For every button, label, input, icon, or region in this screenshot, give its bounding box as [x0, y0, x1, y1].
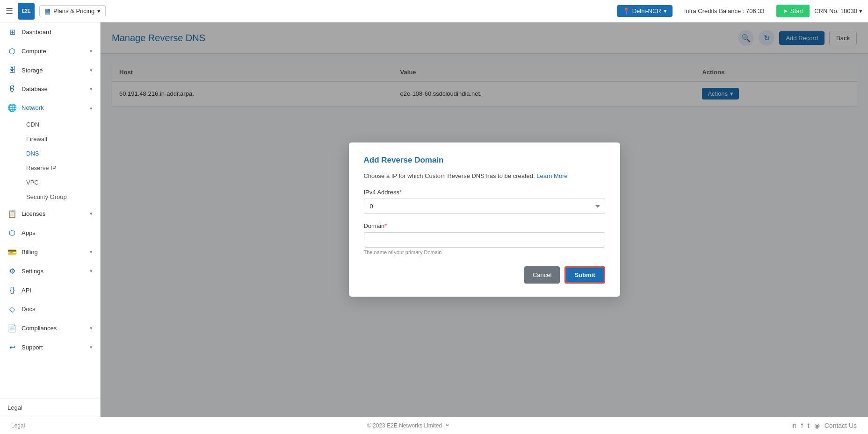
network-chevron: ▴: [90, 105, 93, 111]
sidebar-item-compute[interactable]: ⬡ Compute ▾: [0, 42, 100, 61]
sidebar-item-settings[interactable]: ⚙ Settings ▾: [0, 262, 100, 281]
sidebar-item-label: Docs: [22, 306, 36, 313]
rss-icon[interactable]: ◉: [814, 422, 820, 429]
modal-footer: Cancel Submit: [364, 266, 605, 284]
sidebar-item-label: Apps: [22, 229, 36, 236]
location-button[interactable]: 📍 Delhi-NCR ▾: [617, 5, 673, 17]
storage-chevron: ▾: [90, 67, 93, 73]
domain-input[interactable]: [364, 232, 605, 248]
location-icon: 📍: [622, 7, 630, 14]
add-reverse-domain-modal: Add Reverse Domain Choose a IP for which…: [349, 142, 620, 297]
support-chevron: ▾: [90, 344, 93, 350]
sidebar-item-label: Network: [22, 104, 44, 111]
crn-label: CRN No. 18030: [814, 7, 857, 14]
sidebar-item-vpc[interactable]: VPC: [22, 175, 100, 190]
sidebar-item-label: Compliances: [22, 325, 57, 332]
infra-credits-label: Infra Credits Balance : 706.33: [684, 7, 765, 14]
support-icon: ↩: [7, 343, 17, 352]
compliances-chevron: ▾: [90, 325, 93, 331]
main-layout: ⊞ Dashboard ⬡ Compute ▾ 🗄 Storage ▾ 🛢 Da…: [0, 22, 868, 417]
plans-pricing-dropdown-icon: ▾: [97, 7, 101, 14]
domain-hint: The name of your primary Domain: [364, 249, 605, 255]
top-header: ☰ E2E ▦ Plans & Pricing ▾ 📍 Delhi-NCR ▾ …: [0, 0, 868, 22]
sidebar-item-label: Compute: [22, 48, 46, 55]
submit-button[interactable]: Submit: [564, 266, 605, 284]
storage-icon: 🗄: [7, 66, 17, 74]
ipv4-select[interactable]: 0: [364, 199, 605, 214]
start-button[interactable]: ➤ Start: [776, 5, 810, 17]
sidebar-item-docs[interactable]: ◇ Docs: [0, 299, 100, 319]
apps-icon: ⬡: [7, 228, 17, 237]
sidebar-item-support[interactable]: ↩ Support ▾: [0, 338, 100, 357]
linkedin-icon[interactable]: in: [791, 422, 796, 429]
sidebar-item-label: API: [22, 287, 31, 294]
sidebar-item-label: Dashboard: [22, 28, 51, 36]
sidebar-item-security-group[interactable]: Security Group: [22, 190, 100, 204]
modal-description: Choose a IP for which Custom Reverse DNS…: [364, 172, 605, 179]
network-icon: 🌐: [7, 103, 17, 112]
crn-info[interactable]: CRN No. 18030 ▾: [814, 7, 862, 14]
ipv4-label: IPv4 Address*: [364, 189, 605, 196]
database-chevron: ▾: [90, 86, 93, 92]
dashboard-icon: ⊞: [7, 28, 17, 36]
twitter-icon[interactable]: t: [808, 422, 810, 429]
sidebar-item-database[interactable]: 🛢 Database ▾: [0, 79, 100, 98]
sidebar-item-api[interactable]: {} API: [0, 281, 100, 299]
sidebar-item-label: Billing: [22, 249, 38, 256]
plans-pricing-button[interactable]: ▦ Plans & Pricing ▾: [39, 5, 106, 17]
crn-dropdown-icon: ▾: [859, 7, 862, 14]
network-submenu: CDN Firewall DNS Reserve IP VPC Security…: [0, 117, 100, 204]
licenses-icon: 📋: [7, 209, 17, 218]
api-icon: {}: [7, 286, 17, 294]
footer-copyright: © 2023 E2E Networks Limited ™: [367, 422, 449, 429]
modal-title: Add Reverse Domain: [364, 156, 605, 165]
sidebar-item-dashboard[interactable]: ⊞ Dashboard: [0, 22, 100, 42]
sidebar-item-label: Storage: [22, 67, 43, 74]
page-footer: Legal © 2023 E2E Networks Limited ™ in f…: [0, 417, 868, 434]
plans-pricing-label: Plans & Pricing: [53, 7, 94, 14]
database-icon: 🛢: [7, 85, 17, 93]
sidebar-item-apps[interactable]: ⬡ Apps: [0, 223, 100, 242]
start-icon: ➤: [783, 7, 788, 14]
plans-pricing-icon: ▦: [44, 7, 51, 15]
sidebar-item-compliances[interactable]: 📄 Compliances ▾: [0, 319, 100, 338]
facebook-icon[interactable]: f: [801, 422, 803, 429]
sidebar-item-dns[interactable]: DNS: [22, 146, 100, 161]
sidebar-item-legal[interactable]: Legal: [0, 398, 100, 417]
start-label: Start: [790, 7, 803, 14]
ipv4-field-group: IPv4 Address* 0: [364, 189, 605, 214]
settings-icon: ⚙: [7, 267, 17, 276]
domain-label: Domain*: [364, 222, 605, 229]
sidebar-item-reserve-ip[interactable]: Reserve IP: [22, 161, 100, 175]
hamburger-icon[interactable]: ☰: [6, 6, 13, 16]
settings-chevron: ▾: [90, 268, 93, 274]
compute-icon: ⬡: [7, 47, 17, 56]
sidebar-item-storage[interactable]: 🗄 Storage ▾: [0, 61, 100, 79]
licenses-chevron: ▾: [90, 211, 93, 217]
sidebar-item-cdn[interactable]: CDN: [22, 117, 100, 132]
sidebar-item-label: Licenses: [22, 210, 45, 217]
sidebar-item-network[interactable]: 🌐 Network ▴: [0, 98, 100, 117]
sidebar-item-billing[interactable]: 💳 Billing ▾: [0, 242, 100, 262]
sidebar-item-firewall[interactable]: Firewall: [22, 132, 100, 146]
logo: E2E: [18, 3, 35, 20]
sidebar-item-label: Database: [22, 85, 48, 92]
docs-icon: ◇: [7, 305, 17, 313]
sidebar-item-licenses[interactable]: 📋 Licenses ▾: [0, 204, 100, 223]
location-label: Delhi-NCR: [632, 7, 661, 14]
cancel-button[interactable]: Cancel: [524, 266, 560, 284]
compliances-icon: 📄: [7, 324, 17, 333]
content-area: Manage Reverse DNS 🔍 ↻ Add Record Back H…: [101, 22, 868, 417]
sidebar-item-label: Settings: [22, 268, 43, 275]
footer-social: in f t ◉ Contact Us: [791, 422, 857, 429]
footer-legal: Legal: [11, 422, 25, 429]
contact-us-link[interactable]: Contact Us: [825, 422, 857, 429]
billing-chevron: ▾: [90, 249, 93, 255]
modal-overlay: Add Reverse Domain Choose a IP for which…: [101, 22, 868, 417]
billing-icon: 💳: [7, 248, 17, 256]
location-dropdown-icon: ▾: [664, 7, 667, 14]
sidebar: ⊞ Dashboard ⬡ Compute ▾ 🗄 Storage ▾ 🛢 Da…: [0, 22, 101, 417]
sidebar-item-label: Support: [22, 344, 43, 351]
learn-more-link[interactable]: Learn More: [536, 172, 567, 179]
domain-field-group: Domain* The name of your primary Domain: [364, 222, 605, 255]
